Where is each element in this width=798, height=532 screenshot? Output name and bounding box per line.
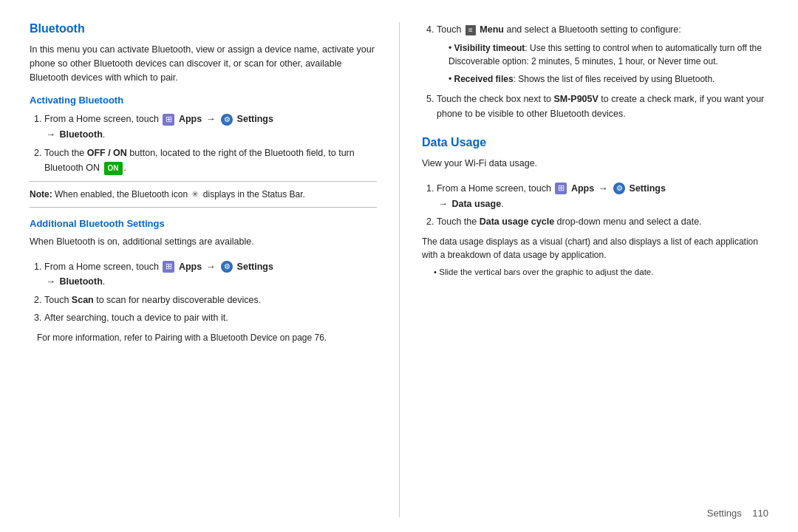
bluetooth-small-icon: ✳ bbox=[191, 188, 199, 201]
left-column: Bluetooth In this menu you can activate … bbox=[30, 22, 399, 517]
settings-icon-3 bbox=[613, 183, 625, 194]
footer-page: 110 bbox=[752, 508, 768, 519]
bluetooth-title: Bluetooth bbox=[30, 22, 377, 35]
data-usage-bullet: Slide the vertical bars over the graphic… bbox=[434, 266, 768, 279]
activating-step-2: Touch the OFF / ON button, located to th… bbox=[44, 146, 377, 175]
activating-steps-list: From a Home screen, touch Apps → Setting… bbox=[44, 112, 377, 175]
data-usage-step-1: From a Home screen, touch Apps → Setting… bbox=[437, 181, 768, 212]
settings-icon bbox=[221, 114, 233, 126]
received-files-bullet: Received files: Shows the list of files … bbox=[449, 72, 768, 86]
additional-step-1: From a Home screen, touch Apps → Setting… bbox=[44, 259, 377, 290]
right-step-4: Touch Menu and select a Bluetooth settin… bbox=[437, 22, 768, 86]
bluetooth-intro: In this menu you can activate Bluetooth,… bbox=[30, 43, 377, 84]
data-usage-steps-list: From a Home screen, touch Apps → Setting… bbox=[437, 181, 768, 230]
settings-icon-2 bbox=[221, 261, 233, 273]
data-usage-intro: View your Wi-Fi data usage. bbox=[422, 157, 768, 171]
pairing-text: For more information, refer to Pairing w… bbox=[37, 331, 377, 344]
additional-step-2: Touch Scan to scan for nearby discoverab… bbox=[44, 293, 377, 307]
right-step-5: Touch the check box next to SM-P905V to … bbox=[437, 92, 768, 121]
note-box: Note: When enabled, the Bluetooth icon ✳… bbox=[30, 181, 377, 208]
on-button: ON bbox=[104, 162, 123, 175]
additional-step-3: After searching, touch a device to pair … bbox=[44, 310, 377, 325]
additional-steps-list: From a Home screen, touch Apps → Setting… bbox=[44, 259, 377, 326]
visibility-timeout-bullet: Visibility timeout: Use this setting to … bbox=[449, 41, 768, 68]
footer-label: Settings bbox=[707, 508, 742, 519]
page-footer: Settings 110 bbox=[707, 508, 768, 519]
apps-icon bbox=[163, 114, 174, 126]
apps-icon-2 bbox=[163, 261, 174, 273]
menu-icon bbox=[466, 25, 476, 35]
apps-icon-3 bbox=[555, 183, 567, 194]
activating-bluetooth-title: Activating Bluetooth bbox=[30, 95, 377, 106]
additional-intro: When Bluetooth is on, additional setting… bbox=[30, 235, 377, 249]
activating-step-1: From a Home screen, touch Apps → Setting… bbox=[44, 112, 377, 143]
data-usage-step-2: Touch the Data usage cycle drop-down men… bbox=[437, 214, 768, 229]
data-usage-title: Data Usage bbox=[422, 136, 768, 149]
data-usage-desc: The data usage displays as a visual (cha… bbox=[422, 235, 768, 262]
right-steps-list: Touch Menu and select a Bluetooth settin… bbox=[437, 22, 768, 121]
additional-bluetooth-title: Additional Bluetooth Settings bbox=[30, 218, 377, 229]
right-column: Touch Menu and select a Bluetooth settin… bbox=[399, 22, 768, 517]
